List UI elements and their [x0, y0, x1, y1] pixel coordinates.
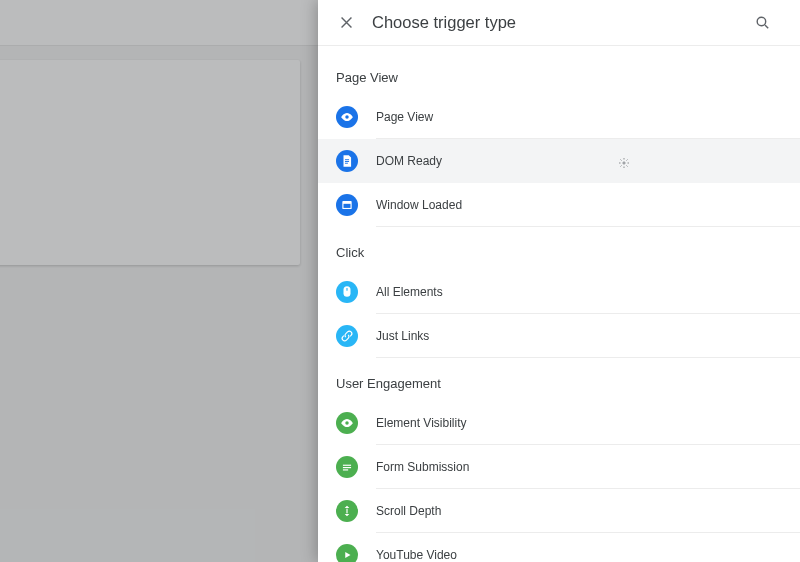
element-visibility-icon	[336, 412, 358, 434]
search-icon	[754, 14, 771, 31]
close-icon	[338, 14, 355, 31]
close-button[interactable]	[326, 3, 366, 43]
section-title-user-engagement: User Engagement	[318, 370, 800, 401]
section-user-engagement: User Engagement Element Visibility Form …	[318, 370, 800, 562]
trigger-all-elements[interactable]: All Elements	[318, 270, 800, 314]
trigger-element-visibility[interactable]: Element Visibility	[318, 401, 800, 445]
trigger-label: DOM Ready	[376, 154, 442, 168]
svg-rect-12	[343, 465, 351, 466]
svg-point-0	[757, 17, 766, 26]
svg-rect-15	[346, 509, 347, 514]
search-button[interactable]	[742, 3, 782, 43]
svg-rect-13	[343, 467, 351, 468]
section-page-view: Page View Page View DOM Ready	[318, 64, 800, 227]
trigger-label: Element Visibility	[376, 416, 466, 430]
page-view-icon	[336, 106, 358, 128]
trigger-label: Form Submission	[376, 460, 469, 474]
svg-line-1	[764, 25, 767, 28]
trigger-just-links[interactable]: Just Links	[318, 314, 800, 358]
trigger-label: Just Links	[376, 329, 429, 343]
section-title-page-view: Page View	[318, 64, 800, 95]
trigger-label: All Elements	[376, 285, 443, 299]
svg-rect-10	[346, 288, 347, 291]
trigger-label: Page View	[376, 110, 433, 124]
dom-ready-icon	[336, 150, 358, 172]
form-submission-icon	[336, 456, 358, 478]
trigger-label: YouTube Video	[376, 548, 457, 562]
svg-rect-9	[344, 204, 351, 208]
choose-trigger-panel: Choose trigger type Page View Page View …	[318, 0, 800, 562]
svg-point-6	[623, 162, 625, 164]
just-links-icon	[336, 325, 358, 347]
trigger-youtube-video[interactable]: YouTube Video	[318, 533, 800, 562]
cursor-icon	[618, 157, 630, 171]
window-loaded-icon	[336, 194, 358, 216]
trigger-scroll-depth[interactable]: Scroll Depth	[318, 489, 800, 533]
svg-rect-3	[345, 159, 349, 160]
svg-rect-4	[345, 161, 349, 162]
panel-body: Page View Page View DOM Ready	[318, 46, 800, 562]
panel-title: Choose trigger type	[372, 13, 742, 32]
svg-point-2	[345, 115, 349, 119]
scroll-depth-icon	[336, 500, 358, 522]
section-click: Click All Elements Just Links	[318, 239, 800, 358]
trigger-window-loaded[interactable]: Window Loaded	[318, 183, 800, 227]
section-title-click: Click	[318, 239, 800, 270]
youtube-video-icon	[336, 544, 358, 562]
trigger-label: Scroll Depth	[376, 504, 441, 518]
svg-point-11	[345, 421, 349, 425]
svg-rect-5	[345, 163, 348, 164]
panel-header: Choose trigger type	[318, 0, 800, 46]
all-elements-icon	[336, 281, 358, 303]
trigger-label: Window Loaded	[376, 198, 462, 212]
svg-rect-14	[343, 469, 348, 470]
trigger-dom-ready[interactable]: DOM Ready	[318, 139, 800, 183]
trigger-form-submission[interactable]: Form Submission	[318, 445, 800, 489]
trigger-page-view[interactable]: Page View	[318, 95, 800, 139]
